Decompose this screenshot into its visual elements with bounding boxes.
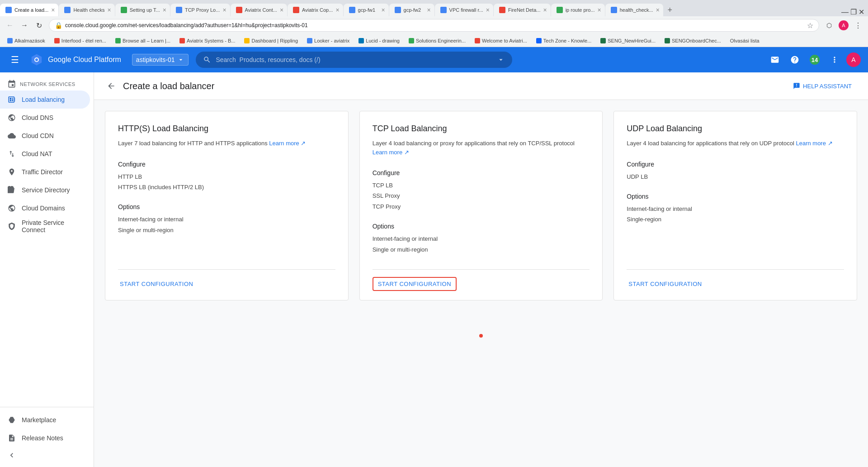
tab-gcp-fw2[interactable]: gcp-fw2 ×: [389, 4, 434, 16]
udp-lb-learn-more-link[interactable]: Learn more ↗: [796, 140, 832, 147]
bookmark-label: Olvasási lista: [730, 38, 760, 43]
reload-button[interactable]: ↻: [33, 19, 45, 32]
sidebar-collapse-button[interactable]: [0, 447, 94, 463]
bookmark-solutions[interactable]: Solutions Engineerin...: [405, 37, 469, 44]
tab-gcp-fw1[interactable]: gcp-fw1 ×: [344, 4, 389, 16]
sidebar-item-cloud-nat[interactable]: Cloud NAT: [0, 145, 90, 163]
profile-button[interactable]: A: [837, 19, 850, 32]
search-input[interactable]: [216, 56, 492, 63]
sidebar-item-load-balancing[interactable]: Load balancing: [0, 91, 90, 109]
tab-aviatrix-cop[interactable]: Aviatrix Cop... ×: [288, 4, 343, 16]
notifications-button[interactable]: [767, 52, 783, 68]
bookmark-label: Looker - aviatrix: [314, 38, 349, 43]
apps-icon: 14: [810, 55, 820, 65]
bookmark-interfood[interactable]: Interfood - étel ren...: [51, 37, 110, 44]
sidebar-item-release-notes[interactable]: Release Notes: [0, 429, 90, 447]
sidebar-item-cloud-cdn[interactable]: Cloud CDN: [0, 127, 90, 145]
forward-nav-button[interactable]: →: [18, 19, 31, 32]
http-lb-start-config-button[interactable]: START CONFIGURATION: [118, 277, 195, 291]
tab-vpc-firewall[interactable]: VPC firewall r... ×: [435, 4, 493, 16]
tab-close-icon[interactable]: ×: [333, 6, 339, 14]
back-nav-button[interactable]: ←: [4, 19, 16, 32]
back-button[interactable]: [105, 80, 118, 92]
tab-create-load-balancer[interactable]: Create a load... ×: [0, 4, 58, 16]
tab-close-icon[interactable]: ×: [594, 6, 601, 14]
bookmark-browse[interactable]: Browse all – Learn |...: [112, 37, 174, 44]
more-options-button[interactable]: ⋮: [852, 19, 864, 32]
close-button[interactable]: ✕: [859, 8, 864, 16]
tcp-lb-learn-more-link[interactable]: Learn more ↗: [373, 149, 409, 156]
tab-close-icon[interactable]: ×: [378, 6, 385, 14]
sidebar-item-traffic-director[interactable]: Traffic Director: [0, 163, 90, 181]
search-dropdown-arrow-icon[interactable]: [497, 56, 505, 64]
sidebar-item-cloud-dns[interactable]: Cloud DNS: [0, 109, 90, 127]
udp-lb-options-items: Internet-facing or internal Single-regio…: [627, 204, 844, 225]
bookmark-aviatrix-welcome[interactable]: Welcome to Aviatri...: [471, 37, 531, 44]
more-options-nav-button[interactable]: [826, 52, 843, 68]
user-avatar[interactable]: A: [846, 52, 861, 67]
sidebar-item-marketplace[interactable]: Marketplace: [0, 411, 90, 429]
help-assistant-button[interactable]: HELP ASSISTANT: [788, 80, 857, 92]
tab-close-icon[interactable]: ×: [540, 6, 547, 14]
project-selector[interactable]: astipkovits-01: [132, 54, 189, 66]
tab-tcp-proxy[interactable]: TCP Proxy Lo... ×: [170, 4, 230, 16]
tab-health-check2[interactable]: health_check... ×: [605, 4, 663, 16]
bookmark-aviatrix-sys[interactable]: Aviatrix Systems - B...: [176, 37, 239, 44]
search-icon: [203, 56, 211, 64]
bookmark-label: Alkalmazások: [14, 38, 45, 43]
hamburger-menu-icon[interactable]: ☰: [7, 51, 23, 69]
apps-button[interactable]: 14: [807, 52, 823, 68]
tab-health-checks[interactable]: Health checks ×: [59, 4, 114, 16]
tab-close-icon[interactable]: ×: [160, 6, 166, 14]
bookmark-alkalmazasok[interactable]: Alkalmazások: [4, 37, 49, 44]
address-text: console.cloud.google.com/net-services/lo…: [65, 22, 804, 29]
tab-setting-up[interactable]: Setting up T... ×: [115, 4, 170, 16]
udp-lb-configure-title: Configure: [627, 161, 844, 168]
tab-firenet[interactable]: FireNet Deta... ×: [494, 4, 551, 16]
new-tab-button[interactable]: +: [664, 4, 676, 16]
bookmark-star-icon[interactable]: ☆: [807, 21, 813, 30]
maximize-button[interactable]: ❐: [850, 8, 857, 16]
tab-close-icon[interactable]: ×: [483, 6, 490, 14]
bookmark-reading-list[interactable]: Olvasási lista: [726, 37, 763, 44]
http-lb-card-action: START CONFIGURATION: [118, 269, 335, 291]
sidebar-item-cloud-domains[interactable]: Cloud Domains: [0, 199, 90, 217]
tab-ip-route[interactable]: ip route pro... ×: [551, 4, 605, 16]
tcp-lb-configure-title: Configure: [373, 169, 590, 176]
tab-aviatrix-cont[interactable]: Aviatrix Cont... ×: [231, 4, 288, 16]
help-assistant-icon: [793, 82, 800, 90]
bookmark-seng-onboard[interactable]: SENGOnboardChec...: [661, 37, 725, 44]
bookmark-seng-new-hire[interactable]: SENG_NewHireGui...: [597, 37, 659, 44]
tab-close-icon[interactable]: ×: [424, 6, 430, 14]
bookmark-techzone[interactable]: Tech Zone - Knowle...: [533, 37, 595, 44]
address-bar[interactable]: 🔒 console.cloud.google.com/net-services/…: [49, 19, 819, 32]
http-lb-options-title: Options: [118, 203, 335, 210]
minimize-button[interactable]: —: [841, 8, 849, 16]
tab-label: ip route pro...: [566, 7, 595, 13]
bookmark-favicon: [7, 38, 13, 43]
bookmark-lucid[interactable]: Lucid - drawing: [355, 37, 403, 44]
extensions-button[interactable]: ⬡: [823, 19, 835, 32]
search-bar[interactable]: [196, 52, 512, 68]
bookmark-favicon: [409, 38, 414, 43]
tcp-lb-start-config-button[interactable]: START CONFIGURATION: [373, 277, 457, 291]
tab-label: FireNet Deta...: [508, 7, 541, 13]
tab-close-icon[interactable]: ×: [653, 6, 660, 14]
tab-close-icon[interactable]: ×: [220, 6, 226, 14]
tab-favicon: [440, 7, 447, 13]
bookmark-dashboard-rippling[interactable]: Dashboard | Rippling: [241, 37, 302, 44]
sidebar-item-private-service-connect[interactable]: Private Service Connect: [0, 217, 90, 235]
load-balancer-cards: HTTP(S) Load Balancing Layer 7 load bala…: [94, 100, 868, 311]
udp-lb-options-title: Options: [627, 193, 844, 200]
http-lb-learn-more-link[interactable]: Learn more ↗: [269, 140, 306, 147]
help-button[interactable]: [787, 52, 803, 68]
bookmark-favicon: [244, 38, 250, 43]
tab-close-icon[interactable]: ×: [277, 6, 283, 14]
tab-close-icon[interactable]: ×: [48, 6, 55, 14]
bookmark-looker[interactable]: Looker - aviatrix: [303, 37, 353, 44]
tab-favicon: [293, 7, 299, 13]
sidebar-item-service-directory[interactable]: Service Directory: [0, 181, 90, 199]
udp-lb-start-config-button[interactable]: START CONFIGURATION: [627, 277, 703, 291]
content-area-below-cards: [94, 311, 868, 357]
tab-close-icon[interactable]: ×: [105, 6, 111, 14]
